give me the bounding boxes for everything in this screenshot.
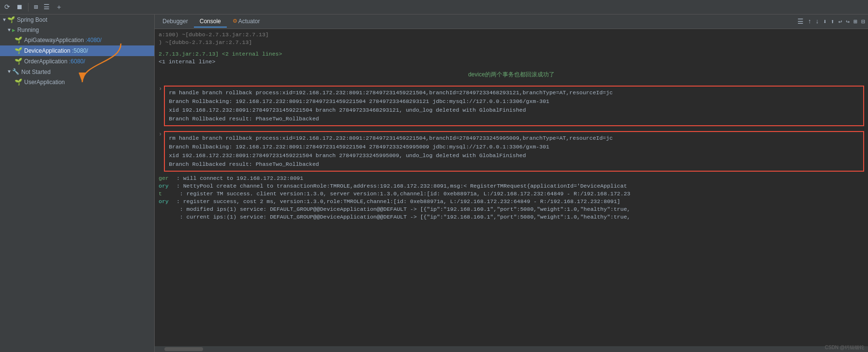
rollback-block-1-container: › rm handle branch rollback process:xid=… (159, 84, 864, 128)
scrollbar-thumb[interactable] (164, 347, 203, 351)
rollback-block-2-container: › rm handle branch rollback process:xid=… (159, 129, 864, 174)
user-app-label: UserApplication (24, 79, 65, 86)
rollback-line-2-4: Branch Rollbacked result: PhaseTwo_Rollb… (169, 160, 859, 169)
spring-boot-label: Spring Boot (17, 16, 47, 23)
wrench-icon: 🔧 (12, 68, 19, 75)
toolbar-grid-icon[interactable]: ⊞ (853, 17, 858, 27)
right-panel: Debugger Console ⚙ Actuator ☰ ↑ ↓ ⬇ ⬆ ↩ … (155, 15, 868, 352)
not-started-chevron: ▼ (8, 69, 11, 74)
tab-actuator[interactable]: ⚙ Actuator (227, 16, 266, 28)
user-app-icon: 🌱 (15, 78, 22, 86)
rollback-line-1-1: rm handle branch rollback process:xid=19… (169, 88, 859, 97)
tab-toolbar: ☰ ↑ ↓ ⬇ ⬆ ↩ ↪ ⊞ ⊟ (796, 16, 866, 27)
console-line-4: <1 internal line> (159, 58, 864, 66)
console-line-2: ) ~[dubbo-2.7.13.jar:2.7.13] (159, 39, 864, 46)
bottom-line-4: ory : register success, cost 2 ms, versi… (159, 198, 864, 205)
console-line-3: 2.7.13.jar:2.7.13] <2 internal lines> (159, 50, 864, 58)
rerun-icon[interactable]: ⟳ (3, 2, 12, 12)
sidebar-item-order-app[interactable]: 🌱 OrderApplication :6080/ (0, 56, 154, 67)
caret-2: › (159, 131, 162, 138)
add-icon[interactable]: ＋ (54, 2, 64, 13)
sidebar-item-running[interactable]: ▼ ▶ Running (0, 25, 154, 35)
running-label: Running (17, 27, 39, 33)
sidebar-item-device-app[interactable]: 🌱 DeviceApplication :5080/ (0, 45, 154, 56)
toolbar-down-icon[interactable]: ↓ (814, 17, 820, 26)
caret-1: › (159, 86, 162, 92)
running-chevron: ▼ (8, 28, 11, 33)
running-icon: ▶ (12, 27, 15, 33)
rollback-box-2: rm handle branch rollback process:xid=19… (164, 131, 864, 172)
rollback-line-2-2: Branch Rollbacking: 192.168.172.232:8091… (169, 143, 859, 151)
tab-bar: Debugger Console ⚙ Actuator ☰ ↑ ↓ ⬇ ⬆ ↩ … (155, 15, 868, 29)
bottom-scrollbar[interactable] (155, 346, 868, 352)
rollback-line-1-2: Branch Rollbacking: 192.168.172.232:8091… (169, 97, 859, 106)
api-gateway-label: ApiGatewayApplication :4080/ (24, 37, 102, 44)
toolbar-grid2-icon[interactable]: ⊟ (860, 17, 866, 27)
toolbar-down2-icon[interactable]: ⬇ (822, 17, 828, 27)
sidebar-item-not-started[interactable]: ▼ 🔧 Not Started (0, 67, 154, 77)
stop-icon[interactable]: ⏹ (15, 2, 24, 12)
not-started-label: Not Started (21, 69, 51, 75)
bottom-line-1: ger : will connect to 192.168.172.232:80… (159, 175, 864, 182)
chevron-icon: ▼ (3, 17, 6, 23)
sidebar-item-api-gateway[interactable]: 🌱 ApiGatewayApplication :4080/ (0, 35, 154, 45)
toolbar-wrap2-icon[interactable]: ↪ (845, 17, 851, 27)
device-app-label: DeviceApplication :5080/ (24, 47, 88, 54)
layout-icon[interactable]: ☰ (42, 2, 51, 12)
rollback-box-1: rm handle branch rollback process:xid=19… (164, 86, 864, 126)
main-toolbar: ⟳ ⏹ ⊞ ☰ ＋ (0, 0, 868, 15)
bottom-line-2: ory : NettyPool create channel to transa… (159, 182, 864, 190)
api-gateway-icon: 🌱 (15, 36, 22, 44)
sidebar-item-spring-boot[interactable]: ▼ 🌱 Spring Boot (0, 15, 154, 25)
toolbar-wrap-icon[interactable]: ↩ (838, 17, 843, 27)
order-app-label: OrderApplication :6080/ (24, 58, 85, 65)
toolbar-up2-icon[interactable]: ⬆ (830, 17, 836, 27)
toolbar-up-icon[interactable]: ↑ (807, 17, 812, 26)
sep1 (28, 3, 29, 12)
spacer2 (159, 66, 864, 69)
order-app-icon: 🌱 (15, 58, 22, 65)
bottom-line-3: t : register TM success. client version:… (159, 190, 864, 198)
rollback-line-1-3: xid 192.168.172.232:8091:278497231459221… (169, 106, 859, 115)
spacer3 (159, 81, 864, 83)
spacer1 (159, 46, 864, 50)
device-app-icon: 🌱 (15, 47, 22, 55)
annotation-text: device的两个事务也都回滚成功了 (159, 71, 864, 79)
console-line-1: a:100) ~[dubbo-2.7.13.jar:2.7.13] (159, 31, 864, 39)
tab-console[interactable]: Console (194, 16, 227, 28)
bottom-line-5: : modified ips(1) service: DEFAULT_GROUP… (159, 205, 864, 213)
left-panel: ▼ 🌱 Spring Boot ▼ ▶ Running 🌱 ApiGateway… (0, 15, 155, 352)
watermark: CSDN @钙镉铟铊 (825, 344, 864, 351)
spring-icon: 🌱 (7, 16, 15, 24)
console-output: a:100) ~[dubbo-2.7.13.jar:2.7.13] ) ~[du… (155, 29, 868, 346)
tab-debugger[interactable]: Debugger (157, 16, 194, 28)
rollback-line-1-4: Branch Rollbacked result: PhaseTwo_Rollb… (169, 115, 859, 123)
rollback-line-2-3: xid 192.168.172.232:8091:278497231459221… (169, 151, 859, 160)
filter-icon[interactable]: ⊞ (32, 2, 39, 12)
bottom-line-6: : current ips:(1) service: DEFAULT_GROUP… (159, 213, 864, 221)
actuator-icon: ⚙ (233, 18, 237, 24)
main-layout: ▼ 🌱 Spring Boot ▼ ▶ Running 🌱 ApiGateway… (0, 15, 868, 352)
rollback-line-2-1: rm handle branch rollback process:xid=19… (169, 134, 859, 143)
sidebar-item-user-app[interactable]: 🌱 UserApplication (0, 77, 154, 88)
toolbar-menu-icon[interactable]: ☰ (796, 16, 805, 27)
